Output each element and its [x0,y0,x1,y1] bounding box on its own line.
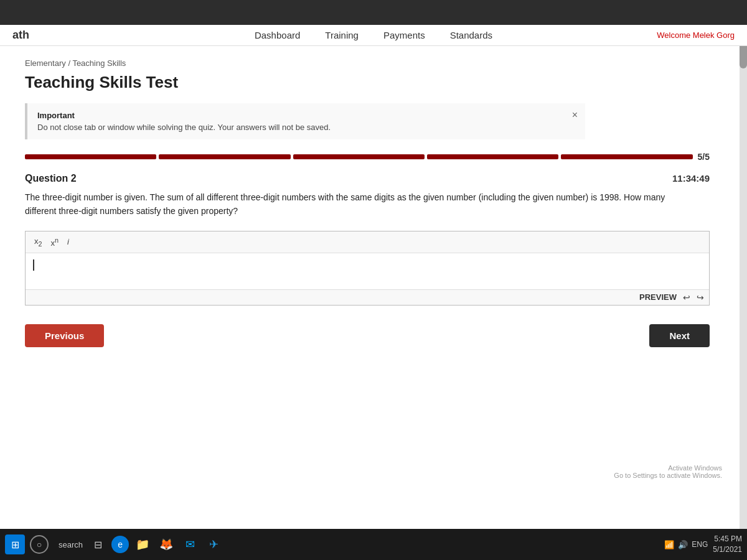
scrollbar[interactable] [740,25,747,529]
browser-chrome [0,0,747,25]
welcome-text: Welcome Melek Gorg [657,30,735,40]
text-cursor [33,259,34,271]
clock-date: 5/1/2021 [713,544,742,555]
answer-area[interactable]: x2 xn i PREVIEW ↩ ↪ [25,231,710,306]
network-icon: 📶 [664,540,674,549]
search-circle-icon: ○ [37,539,42,549]
page-wrapper: ath Dashboard Training Payments Standard… [0,25,747,529]
toolbar-subscript-button[interactable]: x2 [32,235,45,249]
taskbar-search-area[interactable]: search [59,540,83,549]
taskbar-clock: 5:45 PM 5/1/2021 [713,534,742,555]
next-button[interactable]: Next [649,324,710,347]
taskbar-search-label: search [59,540,83,549]
taskbar-mail-icon[interactable]: ✉ [180,534,200,554]
activate-line2: Go to Settings to activate Windows. [614,472,722,479]
info-icon: i [67,237,69,246]
system-tray-icons: 📶 🔊 ENG [664,540,708,549]
volume-icon: 🔊 [678,540,688,549]
start-button[interactable]: ⊞ [5,534,25,554]
nav-standards[interactable]: Standards [450,30,492,40]
notice-title: Important [37,111,575,120]
taskbar-right: 📶 🔊 ENG 5:45 PM 5/1/2021 [664,534,742,555]
subscript-icon: x2 [34,236,42,246]
progress-seg-3 [293,154,425,159]
progress-seg-1 [25,154,156,159]
taskbar-search-button[interactable]: ○ [30,535,49,554]
taskbar-app-icons: ⊟ e 📁 🦊 ✉ ✈ [88,534,223,554]
progress-section: 5/5 [25,152,710,162]
question-header: Question 2 11:34:49 [25,173,710,184]
superscript-icon: xn [51,238,59,248]
clock-time: 5:45 PM [713,534,742,544]
progress-label: 5/5 [698,152,710,162]
breadcrumb-teaching-skills: Teaching Skills [72,58,126,68]
breadcrumb: Elementary / Teaching Skills [25,58,722,68]
breadcrumb-elementary[interactable]: Elementary [25,58,66,68]
page-title: Teaching Skills Test [25,73,722,92]
notice-message: Do not close tab or window while solving… [37,123,575,132]
edge-icon: e [118,539,123,549]
language-label: ENG [692,540,708,549]
toolbar-info-button[interactable]: i [65,236,72,248]
timer: 11:34:49 [672,173,710,184]
progress-bar [25,154,693,159]
taskbar-folder-icon[interactable]: 📁 [133,534,153,554]
nav-buttons: Previous Next [25,324,710,347]
redo-button[interactable]: ↪ [697,292,704,302]
top-nav: ath Dashboard Training Payments Standard… [0,25,747,46]
undo-button[interactable]: ↩ [683,292,690,302]
nav-payments[interactable]: Payments [383,30,425,40]
activate-windows-watermark: Activate Windows Go to Settings to activ… [614,464,722,479]
taskbar: ⊞ ○ search ⊟ e 📁 🦊 ✉ ✈ 📶 🔊 ENG 5:45 PM 5… [0,529,747,560]
content-area: Elementary / Teaching Skills Teaching Sk… [0,46,747,360]
taskbar-left: ⊞ ○ search [5,534,83,554]
question-text: The three-digit number is given. The sum… [25,190,679,218]
nav-dashboard[interactable]: Dashboard [255,30,300,40]
progress-seg-4 [427,154,558,159]
answer-preview-row: PREVIEW ↩ ↪ [26,289,709,305]
notice-box: Important Do not close tab or window whi… [25,103,585,139]
preview-label: PREVIEW [639,292,677,302]
activate-line1: Activate Windows [614,464,722,472]
toolbar-superscript-button[interactable]: xn [49,235,62,249]
previous-button[interactable]: Previous [25,324,104,347]
notice-close-button[interactable]: × [572,110,578,121]
app-title: ath [12,29,29,42]
nav-links: Dashboard Training Payments Standards [255,30,492,40]
progress-seg-2 [159,154,290,159]
taskbar-firefox-icon[interactable]: 🦊 [156,534,176,554]
nav-training[interactable]: Training [325,30,359,40]
progress-seg-5 [561,154,692,159]
taskbar-telegram-icon[interactable]: ✈ [204,534,223,554]
question-label: Question 2 [25,173,77,184]
taskbar-split-view-icon[interactable]: ⊟ [88,534,108,554]
taskbar-browser-icon[interactable]: e [111,536,129,553]
answer-toolbar: x2 xn i [26,231,709,253]
